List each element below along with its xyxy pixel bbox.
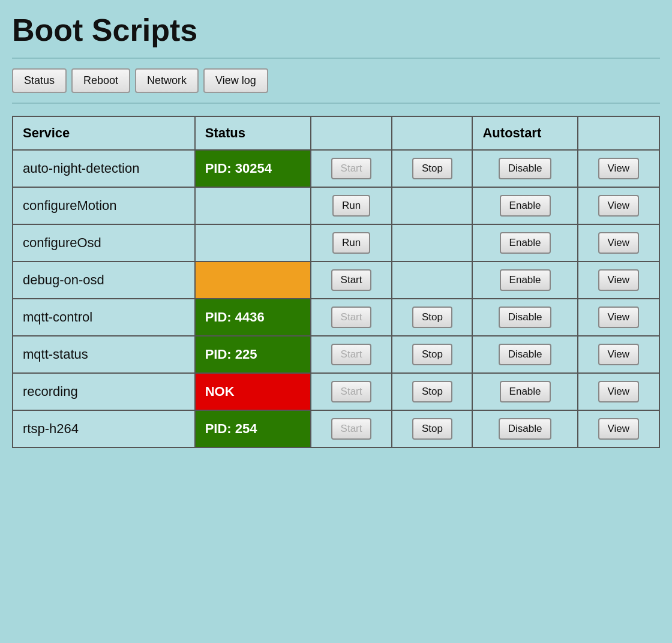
autostart-btn-7[interactable]: Disable bbox=[499, 418, 552, 440]
col-header-start bbox=[311, 116, 392, 150]
view-btn-6[interactable]: View bbox=[598, 381, 640, 402]
autostart-btn-6[interactable]: Enable bbox=[500, 381, 551, 402]
start-cell-2: Run bbox=[311, 224, 392, 262]
autostart-cell-1: Enable bbox=[472, 187, 577, 224]
page-title: Boot Scripts bbox=[12, 12, 660, 48]
autostart-btn-4[interactable]: Disable bbox=[499, 307, 552, 328]
view-btn-4[interactable]: View bbox=[598, 307, 640, 328]
start-cell-3: Start bbox=[311, 262, 392, 299]
autostart-cell-3: Enable bbox=[472, 262, 577, 299]
start-btn-4[interactable]: Start bbox=[331, 307, 372, 328]
start-cell-6: Start bbox=[311, 373, 392, 410]
stop-cell-5: Stop bbox=[392, 336, 472, 373]
col-header-stop bbox=[392, 116, 472, 150]
autostart-cell-5: Disable bbox=[472, 336, 577, 373]
start-btn-0[interactable]: Start bbox=[331, 158, 372, 179]
network-nav-btn[interactable]: Network bbox=[135, 68, 199, 93]
service-name-2: configureOsd bbox=[13, 224, 195, 262]
view-cell-5: View bbox=[578, 336, 659, 373]
start-cell-4: Start bbox=[311, 299, 392, 336]
autostart-btn-0[interactable]: Disable bbox=[499, 158, 552, 179]
stop-cell-0: Stop bbox=[392, 150, 472, 187]
start-cell-5: Start bbox=[311, 336, 392, 373]
stop-btn-6[interactable]: Stop bbox=[412, 381, 452, 402]
service-status-4: PID: 4436 bbox=[195, 299, 311, 336]
autostart-btn-1[interactable]: Enable bbox=[500, 195, 551, 217]
service-name-3: debug-on-osd bbox=[13, 262, 195, 299]
start-cell-7: Start bbox=[311, 410, 392, 447]
service-status-0: PID: 30254 bbox=[195, 150, 311, 187]
col-header-autostart: Autostart bbox=[472, 116, 577, 150]
col-header-view bbox=[578, 116, 659, 150]
start-btn-1[interactable]: Run bbox=[332, 195, 370, 217]
service-name-5: mqtt-status bbox=[13, 336, 195, 373]
viewlog-nav-btn[interactable]: View log bbox=[203, 68, 268, 93]
view-btn-0[interactable]: View bbox=[598, 158, 640, 179]
service-name-1: configureMotion bbox=[13, 187, 195, 224]
view-btn-3[interactable]: View bbox=[598, 269, 640, 291]
view-cell-3: View bbox=[578, 262, 659, 299]
autostart-btn-2[interactable]: Enable bbox=[500, 232, 551, 254]
stop-btn-7[interactable]: Stop bbox=[412, 418, 452, 440]
service-status-3 bbox=[195, 262, 311, 299]
stop-cell-7: Stop bbox=[392, 410, 472, 447]
nav-bar: Status Reboot Network View log bbox=[12, 68, 660, 93]
start-cell-0: Start bbox=[311, 150, 392, 187]
start-btn-2[interactable]: Run bbox=[332, 232, 370, 254]
autostart-btn-3[interactable]: Enable bbox=[500, 269, 551, 291]
service-status-5: PID: 225 bbox=[195, 336, 311, 373]
start-cell-1: Run bbox=[311, 187, 392, 224]
service-name-6: recording bbox=[13, 373, 195, 410]
bottom-divider bbox=[12, 103, 660, 104]
services-table: Service Status Autostart auto-night-dete… bbox=[12, 116, 660, 448]
stop-cell-3 bbox=[392, 262, 472, 299]
autostart-btn-5[interactable]: Disable bbox=[499, 344, 552, 365]
view-cell-2: View bbox=[578, 224, 659, 262]
stop-cell-6: Stop bbox=[392, 373, 472, 410]
service-name-0: auto-night-detection bbox=[13, 150, 195, 187]
start-btn-3[interactable]: Start bbox=[331, 269, 372, 291]
view-cell-4: View bbox=[578, 299, 659, 336]
reboot-nav-btn[interactable]: Reboot bbox=[71, 68, 130, 93]
stop-btn-5[interactable]: Stop bbox=[412, 344, 452, 365]
service-name-7: rtsp-h264 bbox=[13, 410, 195, 447]
view-btn-7[interactable]: View bbox=[598, 418, 640, 440]
view-btn-5[interactable]: View bbox=[598, 344, 640, 365]
stop-cell-4: Stop bbox=[392, 299, 472, 336]
top-divider bbox=[12, 58, 660, 59]
col-header-status: Status bbox=[195, 116, 311, 150]
stop-btn-0[interactable]: Stop bbox=[412, 158, 452, 179]
autostart-cell-6: Enable bbox=[472, 373, 577, 410]
view-cell-7: View bbox=[578, 410, 659, 447]
service-status-2 bbox=[195, 224, 311, 262]
service-status-6: NOK bbox=[195, 373, 311, 410]
service-name-4: mqtt-control bbox=[13, 299, 195, 336]
service-status-7: PID: 254 bbox=[195, 410, 311, 447]
view-cell-1: View bbox=[578, 187, 659, 224]
autostart-cell-2: Enable bbox=[472, 224, 577, 262]
view-cell-0: View bbox=[578, 150, 659, 187]
start-btn-5[interactable]: Start bbox=[331, 344, 372, 365]
autostart-cell-0: Disable bbox=[472, 150, 577, 187]
autostart-cell-4: Disable bbox=[472, 299, 577, 336]
view-btn-1[interactable]: View bbox=[598, 195, 640, 217]
view-btn-2[interactable]: View bbox=[598, 232, 640, 254]
autostart-cell-7: Disable bbox=[472, 410, 577, 447]
status-nav-btn[interactable]: Status bbox=[12, 68, 67, 93]
start-btn-6[interactable]: Start bbox=[331, 381, 372, 402]
stop-cell-1 bbox=[392, 187, 472, 224]
service-status-1 bbox=[195, 187, 311, 224]
view-cell-6: View bbox=[578, 373, 659, 410]
stop-btn-4[interactable]: Stop bbox=[412, 307, 452, 328]
start-btn-7[interactable]: Start bbox=[331, 418, 372, 440]
col-header-service: Service bbox=[13, 116, 195, 150]
stop-cell-2 bbox=[392, 224, 472, 262]
